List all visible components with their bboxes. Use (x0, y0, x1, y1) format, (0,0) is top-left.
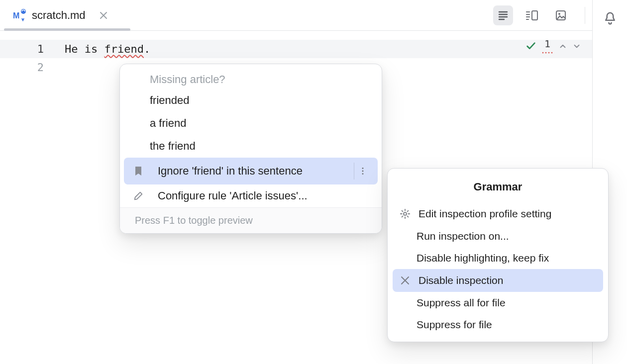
suggestion-item[interactable]: a friend (120, 112, 382, 135)
inspection-count: 1 (544, 38, 550, 50)
split-pane-icon (525, 9, 538, 21)
suggestion-label: a friend (150, 117, 186, 130)
code-text: . (144, 43, 150, 55)
check-icon (525, 41, 536, 52)
svg-point-4 (558, 13, 560, 15)
chevron-up-icon (558, 42, 567, 51)
gear-icon (399, 207, 412, 220)
gutter-line-number: 1 (0, 40, 65, 58)
menu-label: Suppress all for file (417, 297, 506, 309)
suggestion-item[interactable]: the friend (120, 135, 382, 158)
grammar-submenu-title: Grammar (388, 173, 608, 202)
pencil-icon (132, 189, 145, 202)
ignore-label: Ignore 'friend' in this sentence (158, 165, 303, 178)
tab-bar: M scratch.md (0, 0, 627, 31)
intention-popup-title: Missing article? (120, 64, 382, 89)
svg-point-8 (362, 168, 363, 169)
ignore-item[interactable]: Ignore 'friend' in this sentence (120, 158, 382, 184)
suggestion-label: friended (150, 94, 190, 107)
grammar-error-word[interactable]: friend (104, 43, 143, 55)
svg-point-11 (404, 212, 407, 215)
inspection-indicator[interactable]: 1 (525, 38, 581, 54)
menu-label: Disable highlighting, keep fix (417, 252, 549, 264)
svg-text:M: M (13, 11, 19, 20)
suggestion-label: the friend (150, 140, 196, 153)
prev-highlight-button[interactable] (558, 42, 567, 51)
separator (585, 7, 585, 24)
svg-point-10 (362, 173, 363, 175)
bookmark-icon (132, 165, 145, 178)
next-highlight-button[interactable] (572, 42, 581, 51)
close-icon (399, 274, 412, 287)
disable-highlighting-item[interactable]: Disable highlighting, keep fix (388, 247, 608, 269)
intention-popup: Missing article? friended a friend the f… (119, 64, 382, 234)
edit-inspection-profile-item[interactable]: Edit inspection profile setting (388, 202, 608, 225)
editor-only-view-button[interactable] (493, 5, 513, 25)
tab-filename: scratch.md (32, 9, 86, 22)
suppress-all-item[interactable]: Suppress all for file (388, 292, 608, 314)
svg-rect-2 (532, 11, 537, 20)
menu-label: Suppress for file (417, 319, 492, 331)
svg-point-9 (362, 171, 363, 172)
image-preview-icon (555, 9, 567, 21)
run-inspection-item[interactable]: Run inspection on... (388, 225, 608, 247)
kebab-icon (359, 167, 367, 175)
menu-label: Run inspection on... (417, 230, 509, 242)
gutter-line-number: 2 (0, 58, 65, 77)
markdown-file-icon: M (13, 8, 27, 22)
preview-view-button[interactable] (551, 5, 571, 25)
suggestion-item[interactable]: friended (120, 89, 382, 112)
disable-inspection-item[interactable]: Disable inspection (388, 269, 608, 292)
configure-label: Configure rule 'Article issues'... (158, 189, 308, 202)
code-line[interactable]: He is friend. (65, 40, 592, 58)
intention-popup-footer: Press F1 to toggle preview (120, 207, 382, 233)
submenu-indicator[interactable] (354, 163, 371, 180)
file-tab[interactable]: M scratch.md (4, 0, 115, 30)
menu-label: Disable inspection (418, 274, 503, 286)
tab-close-icon[interactable] (100, 11, 107, 19)
split-view-button[interactable] (522, 5, 542, 25)
menu-label: Edit inspection profile setting (418, 208, 551, 220)
grammar-submenu: Grammar Edit inspection profile setting … (387, 168, 609, 342)
code-text: He is (65, 43, 104, 55)
chevron-down-icon (572, 42, 581, 51)
configure-rule-item[interactable]: Configure rule 'Article issues'... (120, 184, 382, 207)
gutter: 1 2 (0, 31, 65, 364)
lines-icon (497, 9, 509, 21)
squiggle-mini-icon (541, 51, 553, 54)
suppress-for-file-item[interactable]: Suppress for file (388, 314, 608, 336)
bell-icon (603, 11, 618, 26)
